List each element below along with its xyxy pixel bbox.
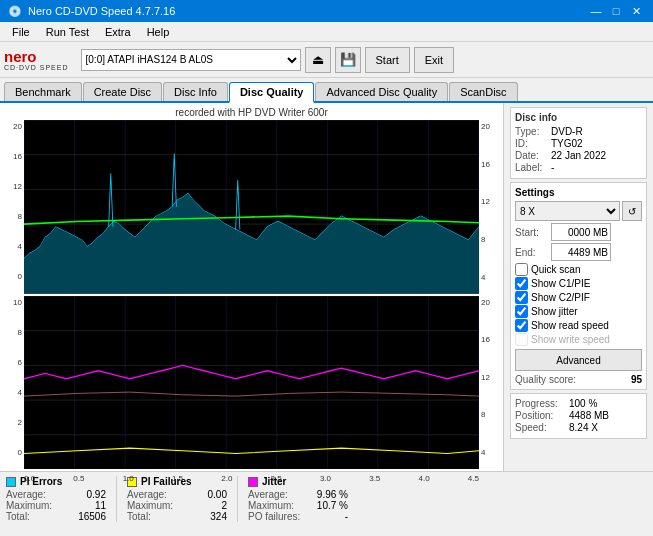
quick-scan-row: Quick scan	[515, 263, 642, 276]
pi-errors-max-label: Maximum:	[6, 500, 52, 511]
pi-errors-avg-row: Average: 0.92	[6, 489, 106, 500]
po-failures-row: PO failures: -	[248, 511, 348, 522]
titlebar-title: 💿 Nero CD-DVD Speed 4.7.7.16	[8, 5, 175, 18]
tab-create-disc[interactable]: Create Disc	[83, 82, 162, 101]
menu-help[interactable]: Help	[139, 24, 178, 40]
toolbar: nero CD·DVD SPEED [0:0] ATAPI iHAS124 B …	[0, 42, 653, 78]
start-label: Start:	[515, 227, 547, 238]
pi-errors-avg-label: Average:	[6, 489, 46, 500]
pi-failures-avg-row: Average: 0.00	[127, 489, 227, 500]
speed-refresh-button[interactable]: ↺	[622, 201, 642, 221]
nero-logo: nero CD·DVD SPEED	[4, 49, 69, 71]
jitter-avg-label: Average:	[248, 489, 288, 500]
show-c2pif-checkbox[interactable]	[515, 291, 528, 304]
speed-select[interactable]: 8 X	[515, 201, 620, 221]
show-c2pif-label[interactable]: Show C2/PIF	[531, 292, 590, 303]
tab-benchmark[interactable]: Benchmark	[4, 82, 82, 101]
date-value: 22 Jan 2022	[551, 150, 606, 161]
chart-bottom-wrapper: 10 8 6 4 2 0	[2, 296, 501, 470]
y-axis-left-bottom: 10 8 6 4 2 0	[2, 296, 24, 470]
position-value: 4488 MB	[569, 410, 609, 421]
close-button[interactable]: ✕	[627, 2, 645, 20]
jitter-max-value: 10.7 %	[317, 500, 348, 511]
show-c1pie-label[interactable]: Show C1/PIE	[531, 278, 590, 289]
chart-bottom-svg	[24, 296, 479, 470]
pi-errors-max-value: 11	[95, 500, 106, 511]
po-failures-value: -	[345, 511, 348, 522]
start-input[interactable]	[551, 223, 611, 241]
tab-disc-info[interactable]: Disc Info	[163, 82, 228, 101]
pi-failures-total-value: 324	[210, 511, 227, 522]
label-label: Label:	[515, 162, 547, 173]
y-axis-left-top: 20 16 12 8 4 0	[2, 120, 24, 294]
tab-bar: Benchmark Create Disc Disc Info Disc Qua…	[0, 78, 653, 103]
end-input[interactable]	[551, 243, 611, 261]
jitter-max-label: Maximum:	[248, 500, 294, 511]
tab-disc-quality[interactable]: Disc Quality	[229, 82, 315, 103]
show-read-speed-row: Show read speed	[515, 319, 642, 332]
show-write-speed-checkbox	[515, 333, 528, 346]
show-read-speed-label[interactable]: Show read speed	[531, 320, 609, 331]
jitter-avg-row: Average: 9.96 %	[248, 489, 348, 500]
speed-row: 8 X ↺	[515, 201, 642, 221]
y-axis-right-top: 20 16 12 8 4	[479, 120, 501, 294]
speed-row: Speed: 8.24 X	[515, 422, 642, 433]
menu-run-test[interactable]: Run Test	[38, 24, 97, 40]
save-button[interactable]: 💾	[335, 47, 361, 73]
chart-top-svg	[24, 120, 479, 294]
pi-failures-max-row: Maximum: 2	[127, 500, 227, 511]
drive-select[interactable]: [0:0] ATAPI iHAS124 B AL0S	[81, 49, 301, 71]
pi-failures-max-label: Maximum:	[127, 500, 173, 511]
show-jitter-label[interactable]: Show jitter	[531, 306, 578, 317]
po-failures-label: PO failures:	[248, 511, 300, 522]
tab-advanced-disc-quality[interactable]: Advanced Disc Quality	[315, 82, 448, 101]
menu-extra[interactable]: Extra	[97, 24, 139, 40]
show-jitter-row: Show jitter	[515, 305, 642, 318]
maximize-button[interactable]: □	[607, 2, 625, 20]
date-label: Date:	[515, 150, 547, 161]
settings-section: Settings 8 X ↺ Start: End: Quick scan	[510, 182, 647, 390]
quick-scan-label[interactable]: Quick scan	[531, 264, 580, 275]
quality-score-row: Quality score: 95	[515, 374, 642, 385]
quality-score-label: Quality score:	[515, 374, 576, 385]
settings-title: Settings	[515, 187, 642, 198]
progress-label: Progress:	[515, 398, 565, 409]
y-axis-right-bottom: 20 16 12 8 4	[479, 296, 501, 470]
show-write-speed-label: Show write speed	[531, 334, 610, 345]
pi-errors-max-row: Maximum: 11	[6, 500, 106, 511]
pi-failures-total-label: Total:	[127, 511, 151, 522]
start-mb-row: Start:	[515, 223, 642, 241]
show-c1pie-row: Show C1/PIE	[515, 277, 642, 290]
start-button[interactable]: Start	[365, 47, 410, 73]
disc-info-title: Disc info	[515, 112, 642, 123]
position-row: Position: 4488 MB	[515, 410, 642, 421]
app-icon: 💿	[8, 5, 22, 18]
right-panel: Disc info Type: DVD-R ID: TYG02 Date: 22…	[503, 103, 653, 471]
position-label: Position:	[515, 410, 565, 421]
type-label: Type:	[515, 126, 547, 137]
type-value: DVD-R	[551, 126, 583, 137]
advanced-button[interactable]: Advanced	[515, 349, 642, 371]
eject-button[interactable]: ⏏	[305, 47, 331, 73]
menu-file[interactable]: File	[4, 24, 38, 40]
show-jitter-checkbox[interactable]	[515, 305, 528, 318]
label-value: -	[551, 162, 554, 173]
progress-value: 100 %	[569, 398, 597, 409]
pi-failures-avg-label: Average:	[127, 489, 167, 500]
quick-scan-checkbox[interactable]	[515, 263, 528, 276]
show-read-speed-checkbox[interactable]	[515, 319, 528, 332]
pi-failures-max-value: 2	[221, 500, 227, 511]
svg-rect-18	[24, 296, 479, 470]
speed-value: 8.24 X	[569, 422, 598, 433]
jitter-avg-value: 9.96 %	[317, 489, 348, 500]
titlebar: 💿 Nero CD-DVD Speed 4.7.7.16 — □ ✕	[0, 0, 653, 22]
quality-score-value: 95	[631, 374, 642, 385]
exit-button[interactable]: Exit	[414, 47, 454, 73]
app-title: Nero CD-DVD Speed 4.7.7.16	[28, 5, 175, 17]
show-c1pie-checkbox[interactable]	[515, 277, 528, 290]
speed-label: Speed:	[515, 422, 565, 433]
minimize-button[interactable]: —	[587, 2, 605, 20]
pi-errors-total-value: 16506	[78, 511, 106, 522]
tab-scan-disc[interactable]: ScanDisc	[449, 82, 517, 101]
id-value: TYG02	[551, 138, 583, 149]
